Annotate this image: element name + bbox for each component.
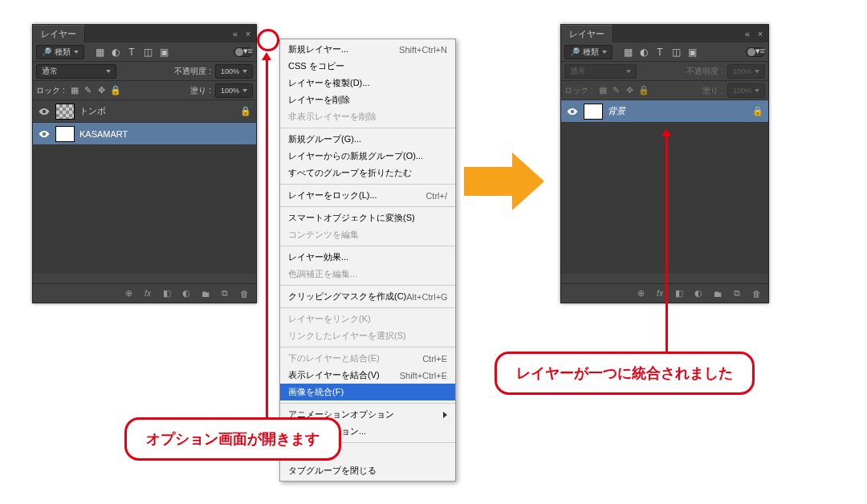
filter-icons[interactable]: ▦ ◐ T ◫ ▣: [621, 46, 698, 59]
layer-row[interactable]: KASAMART: [33, 123, 256, 145]
lock-label: ロック :: [36, 85, 65, 96]
layer-thumbnail[interactable]: [55, 126, 75, 142]
filter-smart-icon[interactable]: ▣: [686, 46, 698, 59]
layer-name[interactable]: KASAMART: [79, 129, 128, 139]
callout-right: レイヤーが一つに統合されました: [495, 352, 755, 395]
layer-thumbnail[interactable]: [55, 104, 75, 120]
mask-icon[interactable]: ◧: [160, 288, 174, 299]
menu-item[interactable]: レイヤー効果...: [280, 249, 455, 266]
filter-type-icon[interactable]: T: [653, 46, 666, 59]
adjustment-icon[interactable]: ◐: [179, 288, 193, 299]
callout-left: オプション画面が開きます: [124, 417, 341, 461]
menu-item[interactable]: タブグループを閉じる: [280, 462, 455, 479]
panel-header: レイヤー « ×: [33, 25, 256, 43]
layer-thumbnail[interactable]: [584, 104, 603, 120]
fill-input[interactable]: 100%: [215, 83, 253, 98]
blend-mode-select[interactable]: 通常: [36, 64, 116, 79]
visibility-icon[interactable]: [566, 105, 579, 118]
menu-item: コンテンツを編集: [280, 226, 455, 243]
menu-item: 下のレイヤーと結合(E)Ctrl+E: [280, 350, 455, 367]
new-layer-icon[interactable]: ⧉: [218, 288, 232, 299]
lock-icon: 🔒: [240, 106, 251, 116]
menu-item: 色調補正を編集...: [280, 266, 455, 282]
menu-item[interactable]: スマートオブジェクトに変換(S): [280, 209, 455, 226]
lock-all-icon: 🔒: [638, 85, 649, 96]
menu-item[interactable]: 新規グループ(G)...: [280, 131, 455, 148]
blend-mode-select: 通常: [564, 64, 637, 79]
panel-options-icon[interactable]: ▾≡: [243, 46, 253, 56]
menu-item[interactable]: 表示レイヤーを結合(V)Shift+Ctrl+E: [280, 367, 455, 384]
menu-item[interactable]: 画像を統合(F): [280, 384, 455, 400]
lock-transparency-icon: ▦: [597, 85, 609, 96]
callout-circle: [257, 29, 279, 51]
visibility-icon[interactable]: [38, 128, 51, 140]
adjustment-icon[interactable]: ◐: [691, 288, 706, 299]
callout-arrow: [663, 128, 671, 357]
menu-item: リンクしたレイヤーを選択(S): [280, 327, 455, 344]
opacity-input: 100%: [727, 64, 765, 79]
panel-footer: ⊕ fx ◧ ◐ 🖿 ⧉ 🗑: [33, 283, 256, 303]
close-icon[interactable]: ×: [243, 29, 253, 39]
menu-item[interactable]: すべてのグループを折りたたむ: [280, 165, 455, 181]
layer-row[interactable]: 背景 🔒: [561, 100, 768, 123]
new-layer-icon[interactable]: ⧉: [730, 288, 744, 299]
opacity-label: 不透明度 :: [174, 66, 211, 77]
callout-arrow: [263, 52, 271, 417]
filter-type-icon[interactable]: T: [125, 46, 138, 59]
lock-all-icon[interactable]: 🔒: [110, 85, 121, 96]
fx-icon[interactable]: fx: [140, 289, 155, 298]
lock-position-icon: ✥: [625, 85, 636, 96]
menu-item[interactable]: レイヤーからの新規グループ(O)...: [280, 148, 455, 165]
transition-arrow-icon: [464, 152, 544, 210]
menu-item[interactable]: レイヤーを複製(D)...: [280, 75, 455, 91]
layer-name[interactable]: トンボ: [79, 105, 106, 117]
group-icon[interactable]: 🖿: [710, 289, 725, 299]
layer-name[interactable]: 背景: [608, 105, 625, 117]
trash-icon[interactable]: 🗑: [749, 289, 763, 299]
menu-item[interactable]: レイヤーをロック(L)...Ctrl+/: [280, 187, 455, 204]
fill-input: 100%: [727, 83, 765, 98]
menu-item: レイヤーをリンク(K): [280, 311, 455, 327]
filter-adjust-icon[interactable]: ◐: [109, 46, 122, 59]
panel-header: レイヤー « ×: [561, 25, 768, 43]
lock-position-icon[interactable]: ✥: [96, 85, 108, 96]
filter-shape-icon[interactable]: ◫: [670, 46, 682, 59]
panel-options-icon[interactable]: ▾≡: [755, 46, 765, 56]
mask-icon[interactable]: ◧: [672, 288, 686, 299]
collapse-icon[interactable]: «: [743, 29, 752, 39]
visibility-icon[interactable]: [38, 105, 51, 118]
filter-pixel-icon[interactable]: ▦: [621, 46, 634, 59]
lock-image-icon[interactable]: ✎: [83, 85, 94, 96]
filter-shape-icon[interactable]: ◫: [141, 46, 154, 59]
close-icon[interactable]: ×: [755, 29, 765, 39]
collapse-icon[interactable]: «: [230, 29, 240, 39]
layer-row[interactable]: トンボ 🔒: [33, 100, 256, 123]
lock-transparency-icon[interactable]: ▦: [69, 85, 80, 96]
filter-icons[interactable]: ▦ ◐ T ◫ ▣: [93, 46, 170, 59]
menu-item: 非表示レイヤーを削除: [280, 108, 455, 125]
link-icon[interactable]: ⊕: [633, 288, 648, 299]
menu-item[interactable]: CSS をコピー: [280, 58, 455, 75]
trash-icon[interactable]: 🗑: [237, 289, 251, 299]
menu-item[interactable]: 新規レイヤー...Shift+Ctrl+N: [280, 41, 455, 58]
filter-type-select[interactable]: 🔎種類: [36, 45, 84, 59]
menu-item[interactable]: クリッピングマスクを作成(C)Alt+Ctrl+G: [280, 288, 455, 305]
fill-label: 塗り :: [702, 85, 723, 96]
lock-label: ロック :: [564, 85, 593, 96]
lock-icon: 🔒: [752, 106, 763, 116]
menu-item[interactable]: レイヤーを削除: [280, 91, 455, 108]
lock-image-icon: ✎: [611, 85, 622, 96]
link-icon[interactable]: ⊕: [121, 288, 136, 299]
filter-pixel-icon[interactable]: ▦: [93, 46, 106, 59]
filter-smart-icon[interactable]: ▣: [157, 46, 170, 59]
panel-options-menu: 新規レイヤー...Shift+Ctrl+NCSS をコピーレイヤーを複製(D).…: [279, 39, 456, 482]
group-icon[interactable]: 🖿: [198, 289, 213, 299]
tab-layers[interactable]: レイヤー: [561, 25, 613, 43]
filter-type-select[interactable]: 🔎種類: [564, 45, 613, 59]
tab-layers[interactable]: レイヤー: [33, 25, 85, 43]
filter-adjust-icon[interactable]: ◐: [637, 46, 650, 59]
opacity-input[interactable]: 100%: [215, 64, 253, 79]
opacity-label: 不透明度 :: [686, 66, 723, 77]
fill-label: 塗り :: [190, 85, 211, 96]
